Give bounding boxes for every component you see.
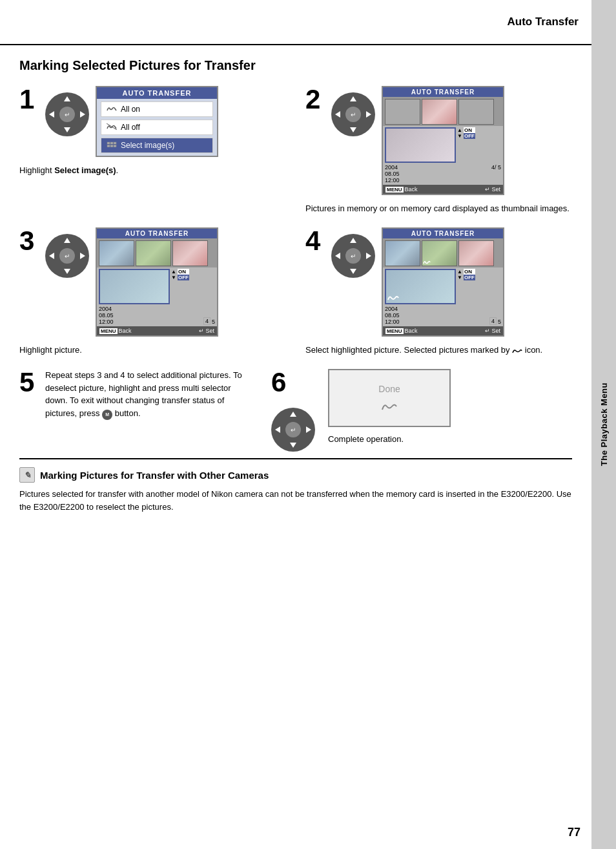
step-5-text: Repeat steps 3 and 4 to select additiona… xyxy=(45,369,252,439)
at-menu-all-off: All off xyxy=(101,120,213,135)
dpad2-down xyxy=(350,127,356,132)
step-1-caption-bold: Select image(s) xyxy=(54,165,116,175)
at-menu-all-on: All on xyxy=(101,101,213,117)
done-screen: Done xyxy=(328,369,451,427)
menu-back: MENU Back xyxy=(385,186,418,193)
step-1-dpad: ↵ xyxy=(45,92,89,136)
thumb-landscape4 xyxy=(422,240,457,266)
note-body: Pictures selected for transfer with anot… xyxy=(19,488,572,513)
on-label-3: ON xyxy=(178,269,189,275)
on-off-indicator: ▲▼ ON OFF xyxy=(457,127,501,139)
dpad-down-arrow xyxy=(64,127,70,132)
thumb-side-4: ▲▼ ON OFF xyxy=(457,269,501,304)
svg-rect-6 xyxy=(114,145,116,147)
dpad3-up xyxy=(64,238,70,243)
menu-button-icon: M xyxy=(102,410,112,420)
dpad4-right xyxy=(366,253,371,259)
dpad6-down xyxy=(290,443,296,448)
step-1: 1 ↵ AUTO TRANSFER xyxy=(19,86,286,215)
step-6-header: 6 xyxy=(271,369,291,396)
thumb-count-3: 4 5 xyxy=(203,306,215,325)
page-number: 77 xyxy=(568,826,580,839)
dpad-up-arrow xyxy=(64,96,70,101)
main-content: Marking Selected Pictures for Transfer 1… xyxy=(0,45,591,849)
wave-icon xyxy=(107,105,117,113)
dpad-left-arrow xyxy=(49,111,54,118)
thumb-main-img-4 xyxy=(385,269,456,304)
thumb-flower4 xyxy=(458,240,494,266)
dpad6-up xyxy=(290,412,296,417)
step-6: 6 ↵ Done xyxy=(271,369,451,452)
on-label: ON xyxy=(464,127,475,133)
bottom-row: 5 Repeat steps 3 and 4 to select additio… xyxy=(19,369,572,452)
svg-rect-2 xyxy=(110,142,113,144)
step-6-caption: Complete operation. xyxy=(328,434,451,445)
dpad3-center: ↵ xyxy=(59,248,75,264)
dpad4-up xyxy=(350,238,356,243)
step-2-dpad: ↵ xyxy=(331,92,375,136)
dpad2-up xyxy=(350,96,356,101)
step-6-left: 6 ↵ xyxy=(271,369,315,452)
step-1-caption: Highlight Select image(s). xyxy=(19,165,286,176)
thumb-footer-2: MENU Back ↵ Set xyxy=(383,185,503,194)
dpad6-left xyxy=(275,426,280,433)
thumb-date: 2004 08.05 12:00 xyxy=(385,164,400,183)
dpad-right-arrow xyxy=(80,111,85,118)
step-3-caption: Highlight picture. xyxy=(19,344,286,356)
note-section: ✎ Marking Pictures for Transfer with Oth… xyxy=(19,458,572,513)
thumb-count: 4/ 5 xyxy=(491,164,501,183)
menu-icon-3: MENU xyxy=(99,328,118,334)
dpad3-left xyxy=(49,253,54,259)
at-menu-select-images: Select image(s) xyxy=(101,138,213,153)
section-title: Marking Selected Pictures for Transfer xyxy=(19,58,572,73)
on-label-4: ON xyxy=(464,269,475,275)
menu-set-3: ↵ Set xyxy=(199,328,214,334)
dpad-center: ↵ xyxy=(59,107,75,122)
thumb-header-4: AUTO TRANSFER xyxy=(383,229,503,238)
thumb-landscape3 xyxy=(136,240,171,266)
page-title: Auto Transfer xyxy=(507,16,579,28)
thumb-info-3: 2004 08.05 12:00 4 5 xyxy=(97,306,217,326)
sidebar-tab-label: The Playback Menu xyxy=(599,383,609,466)
step-2-number: 2 xyxy=(305,86,325,113)
steps-grid-top: 1 ↵ AUTO TRANSFER xyxy=(19,86,572,356)
thumb-side-2: ▲▼ ON OFF xyxy=(457,127,501,163)
menu-icon-4: MENU xyxy=(385,328,404,334)
at-menu-header: AUTO TRANSFER xyxy=(97,87,217,99)
dpad4-down xyxy=(350,269,356,274)
thumb-header-3: AUTO TRANSFER xyxy=(97,229,217,238)
step-2-caption: Pictures in memory or on memory card dis… xyxy=(305,203,572,215)
thumb-grid-top-3 xyxy=(97,238,217,267)
note-header: ✎ Marking Pictures for Transfer with Oth… xyxy=(19,467,572,483)
step-4-dpad: ↵ xyxy=(331,234,375,278)
thumb-blank xyxy=(385,99,420,125)
note-title: Marking Pictures for Transfer with Other… xyxy=(40,470,269,481)
thumb-date-3: 2004 08.05 12:00 xyxy=(99,306,114,325)
step-6-right: Done Complete operation. xyxy=(328,369,451,445)
step-6-dpad: ↵ xyxy=(271,408,315,452)
svg-rect-4 xyxy=(107,145,110,147)
svg-rect-5 xyxy=(110,145,113,147)
menu-set-4: ↵ Set xyxy=(485,328,500,334)
grid-icon xyxy=(107,142,117,149)
thumb-main-img-3 xyxy=(99,269,170,304)
on-off-indicator-3: ▲▼ ON OFF xyxy=(171,269,215,280)
thumb-date-4: 2004 08.05 12:00 xyxy=(385,306,400,325)
thumb-side-3: ▲▼ ON OFF xyxy=(171,269,215,304)
all-off-label: All off xyxy=(121,123,140,132)
done-wave-icon xyxy=(382,402,397,412)
svg-rect-1 xyxy=(107,142,110,144)
dpad2-left xyxy=(335,111,340,118)
thumb-blank2 xyxy=(458,99,494,125)
thumb-main-row-2: ▲▼ ON OFF xyxy=(383,126,503,164)
wave-off-icon xyxy=(107,123,117,131)
thumb-flower3 xyxy=(172,240,208,266)
off-label-3: OFF xyxy=(178,275,189,280)
auto-transfer-menu-screen: AUTO TRANSFER All on All off xyxy=(96,86,218,157)
thumb-main-row-4: ▲▼ ON OFF xyxy=(383,267,503,306)
thumb-count-4: 4 5 xyxy=(489,306,501,325)
dpad3-down xyxy=(64,269,70,274)
off-label: OFF xyxy=(464,133,475,139)
step-4-caption: Select highlighted picture. Selected pic… xyxy=(305,344,572,356)
svg-rect-3 xyxy=(114,142,116,144)
